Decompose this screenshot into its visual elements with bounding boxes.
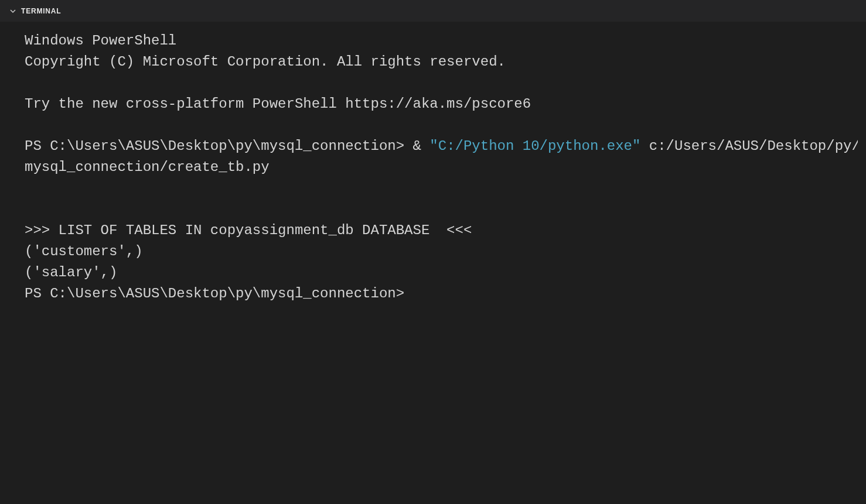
terminal-blank-line (25, 115, 866, 136)
terminal-line: >>> LIST OF TABLES IN copyassignment_db … (25, 220, 866, 241)
terminal-blank-line (25, 178, 866, 199)
terminal-panel-header[interactable]: TERMINAL (0, 0, 866, 22)
terminal-line: ('customers',) (25, 241, 866, 262)
terminal-scrollbar[interactable] (858, 22, 866, 504)
terminal-line: Try the new cross-platform PowerShell ht… (25, 94, 866, 115)
terminal-blank-line (25, 73, 866, 94)
terminal-command-line: PS C:\Users\ASUS\Desktop\py\mysql_connec… (25, 136, 866, 178)
terminal-tab-label[interactable]: TERMINAL (21, 7, 61, 15)
terminal-blank-line (25, 199, 866, 220)
terminal-line: ('salary',) (25, 262, 866, 283)
terminal-output-area[interactable]: Windows PowerShell Copyright (C) Microso… (0, 22, 866, 504)
terminal-line: Copyright (C) Microsoft Corporation. All… (25, 52, 866, 73)
command-operator: & (413, 138, 430, 154)
prompt-text: PS C:\Users\ASUS\Desktop\py\mysql_connec… (25, 138, 413, 154)
terminal-prompt-line: PS C:\Users\ASUS\Desktop\py\mysql_connec… (25, 283, 866, 304)
scrollbar-thumb[interactable] (858, 22, 866, 504)
command-string: "C:/Python 10/python.exe" (429, 138, 640, 154)
terminal-line: Windows PowerShell (25, 30, 866, 52)
chevron-down-icon[interactable] (8, 6, 18, 16)
